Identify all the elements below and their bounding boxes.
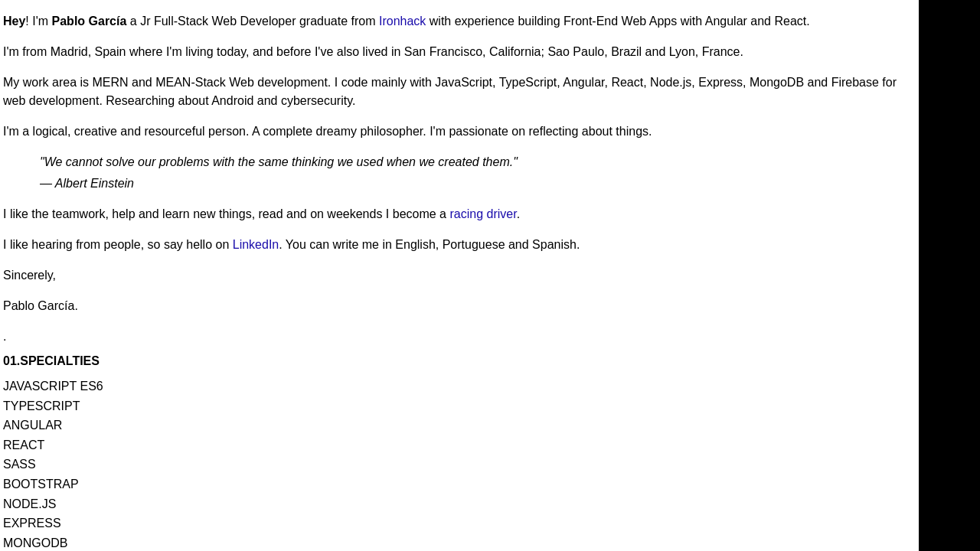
name-signature: Pablo García. (3, 297, 911, 315)
intro-line1: Hey! I'm Pablo García a Jr Full-Stack We… (3, 12, 911, 31)
blockquote-section: "We cannot solve our problems with the s… (40, 153, 911, 193)
specialty-item: JAVASCRIPT ES6 (3, 377, 911, 396)
specialties-section: 01.SPECIALTIES JAVASCRIPT ES6TYPESCRIPTA… (3, 352, 911, 551)
period-text: . (3, 328, 911, 346)
intro-line6: I like hearing from people, so say hello… (3, 236, 911, 254)
specialty-item: REACT (3, 435, 911, 455)
intro-mid: a Jr Full-Stack Web Developer graduate f… (126, 15, 379, 28)
specialties-heading: 01.SPECIALTIES (3, 352, 911, 370)
line6-post: . You can write me in English, Portugues… (279, 238, 580, 251)
sincerely-text: Sincerely, (3, 266, 911, 285)
specialty-item: TYPESCRIPT (3, 396, 911, 416)
intro-line5: I like the teamwork, help and learn new … (3, 205, 911, 223)
intro-line3: My work area is MERN and MEAN-Stack Web … (3, 73, 911, 110)
specialty-item: EXPRESS (3, 514, 911, 533)
hey-text: Hey (3, 15, 25, 28)
specialty-item: ANGULAR (3, 416, 911, 435)
right-panel (919, 0, 980, 551)
line6-pre: I like hearing from people, so say hello… (3, 238, 233, 251)
exclaim: ! I'm (25, 15, 51, 28)
intro-line2: I'm from Madrid, Spain where I'm living … (3, 43, 911, 61)
specialty-item: NODE.JS (3, 494, 911, 514)
specialties-list: JAVASCRIPT ES6TYPESCRIPTANGULARREACTSASS… (3, 377, 911, 551)
intro-post: with experience building Front-End Web A… (426, 15, 809, 28)
line5-post: . (517, 207, 520, 220)
quote-author: — Albert Einstein (40, 174, 911, 193)
author-name: Pablo García (52, 15, 127, 28)
racing-driver-link[interactable]: racing driver (449, 207, 516, 220)
quote-text: "We cannot solve our problems with the s… (40, 153, 911, 171)
ironhack-link[interactable]: Ironhack (379, 15, 426, 28)
line5-pre: I like the teamwork, help and learn new … (3, 207, 449, 220)
specialty-item: BOOTSTRAP (3, 474, 911, 494)
specialty-item: MONGODB (3, 533, 911, 551)
specialty-item: SASS (3, 455, 911, 474)
main-content: Hey! I'm Pablo García a Jr Full-Stack We… (0, 0, 911, 551)
intro-line4: I'm a logical, creative and resourceful … (3, 122, 911, 141)
linkedin-link[interactable]: LinkedIn (233, 238, 279, 251)
